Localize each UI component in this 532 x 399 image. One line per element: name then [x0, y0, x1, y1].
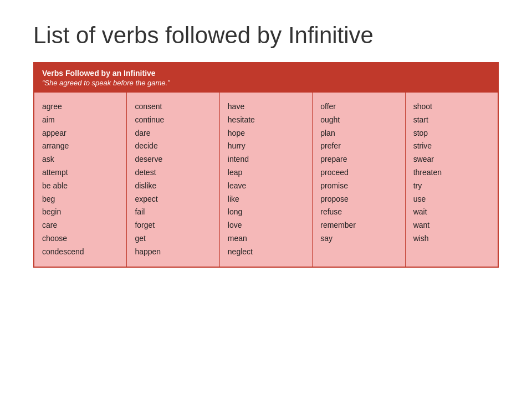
table-header: Verbs Followed by an Infinitive “She agr…: [34, 63, 498, 93]
word-0-4: ask: [42, 153, 119, 166]
word-0-6: be able: [42, 180, 119, 193]
word-4-2: stop: [413, 127, 490, 140]
word-4-5: threaten: [413, 166, 490, 180]
word-2-8: long: [228, 206, 304, 219]
word-1-6: dislike: [135, 180, 211, 193]
table-col-1: consentcontinuedaredecidedeservedetestdi…: [127, 93, 219, 267]
table-col-4: shootstartstopstriveswearthreatentryusew…: [406, 93, 498, 267]
word-1-9: forget: [135, 219, 211, 232]
word-4-10: wish: [413, 232, 490, 245]
word-3-0: offer: [320, 100, 397, 114]
word-0-8: begin: [42, 206, 119, 219]
word-3-8: refuse: [320, 206, 397, 219]
word-3-4: prepare: [320, 153, 397, 166]
table-col-2: havehesitatehopehurryintendleapleavelike…: [220, 93, 313, 267]
word-0-1: aim: [42, 114, 119, 127]
table-body: agreeaimappeararrangeaskattemptbe ablebe…: [34, 93, 498, 267]
word-0-9: care: [42, 219, 119, 232]
word-2-0: have: [228, 100, 304, 114]
word-3-6: promise: [320, 180, 397, 193]
table-header-title: Verbs Followed by an Infinitive: [42, 69, 490, 78]
word-3-1: ought: [320, 114, 397, 127]
word-0-5: attempt: [42, 166, 119, 180]
word-4-6: try: [413, 180, 490, 193]
word-1-10: get: [135, 232, 211, 245]
word-1-8: fail: [135, 206, 211, 219]
word-4-8: wait: [413, 206, 490, 219]
word-1-2: dare: [135, 127, 211, 140]
word-2-10: mean: [228, 232, 304, 245]
table-col-3: offeroughtplanpreferprepareproceedpromis…: [313, 93, 405, 267]
word-2-11: neglect: [228, 245, 304, 259]
word-2-9: love: [228, 219, 304, 232]
word-2-2: hope: [228, 127, 304, 140]
word-0-7: beg: [42, 193, 119, 206]
word-4-3: strive: [413, 140, 490, 153]
word-4-7: use: [413, 193, 490, 206]
page-title: List of verbs followed by Infinitive: [33, 22, 499, 49]
word-1-11: happen: [135, 245, 211, 259]
word-3-2: plan: [320, 127, 397, 140]
word-3-7: propose: [320, 193, 397, 206]
word-1-4: deserve: [135, 153, 211, 166]
word-0-10: choose: [42, 232, 119, 245]
word-2-1: hesitate: [228, 114, 304, 127]
word-2-5: leap: [228, 166, 304, 180]
word-2-3: hurry: [228, 140, 304, 153]
verbs-table: Verbs Followed by an Infinitive “She agr…: [33, 62, 499, 268]
word-0-3: arrange: [42, 140, 119, 153]
word-3-10: say: [320, 232, 397, 245]
word-0-0: agree: [42, 100, 119, 114]
word-3-3: prefer: [320, 140, 397, 153]
word-3-9: remember: [320, 219, 397, 232]
word-2-4: intend: [228, 153, 304, 166]
word-1-1: continue: [135, 114, 211, 127]
word-2-6: leave: [228, 180, 304, 193]
table-col-0: agreeaimappeararrangeaskattemptbe ablebe…: [34, 93, 127, 267]
word-1-5: detest: [135, 166, 211, 180]
word-4-4: swear: [413, 153, 490, 166]
word-0-2: appear: [42, 127, 119, 140]
word-0-11: condescend: [42, 245, 119, 259]
word-1-3: decide: [135, 140, 211, 153]
table-header-subtitle: “She agreed to speak before the game.”: [42, 79, 490, 87]
word-3-5: proceed: [320, 166, 397, 180]
word-1-7: expect: [135, 193, 211, 206]
word-4-9: want: [413, 219, 490, 232]
word-1-0: consent: [135, 100, 211, 114]
word-2-7: like: [228, 193, 304, 206]
word-4-0: shoot: [413, 100, 490, 114]
word-4-1: start: [413, 114, 490, 127]
page-container: List of verbs followed by Infinitive Ver…: [0, 0, 532, 399]
